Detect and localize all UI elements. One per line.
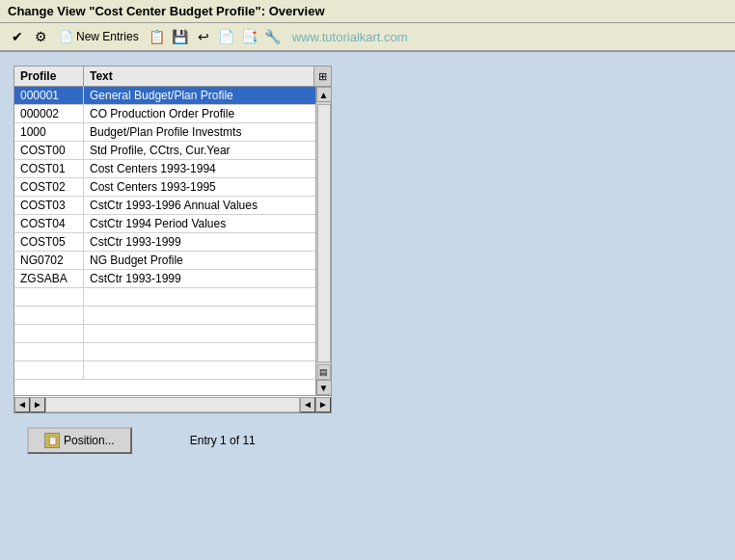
vertical-scrollbar[interactable]: ▲ ▤ ▼ xyxy=(315,87,331,395)
toolbar-icon-save[interactable]: 💾 xyxy=(171,27,190,46)
profile-cell-empty xyxy=(14,343,84,360)
text-cell: Std Profile, CCtrs, Cur.Year xyxy=(84,142,315,159)
table-row-empty xyxy=(14,307,315,325)
table-row[interactable]: COST02Cost Centers 1993-1995 xyxy=(14,178,315,197)
text-cell-empty xyxy=(84,288,315,306)
entry-info: Entry 1 of 11 xyxy=(190,434,256,447)
text-cell: Cost Centers 1993-1994 xyxy=(84,160,315,177)
profile-cell: COST03 xyxy=(14,197,84,214)
table-row[interactable]: ZGSABACstCtr 1993-1999 xyxy=(14,270,315,288)
toolbar-icon-checkmark[interactable]: ✔ xyxy=(8,27,27,46)
text-cell: CstCtr 1994 Period Values xyxy=(84,215,315,232)
profile-cell: COST04 xyxy=(14,215,84,232)
hscroll-right-btn3[interactable]: ► xyxy=(315,397,331,413)
profile-cell: COST02 xyxy=(14,178,84,196)
text-cell: General Budget/Plan Profile xyxy=(84,87,315,104)
table-row[interactable]: 000001General Budget/Plan Profile xyxy=(14,87,315,105)
profile-cell-empty xyxy=(14,288,84,306)
profile-cell-empty xyxy=(14,325,84,342)
toolbar-icon-doc[interactable]: 📄 xyxy=(217,27,236,46)
hscroll-left-btn[interactable]: ◄ xyxy=(14,397,30,413)
table-row-empty xyxy=(14,343,315,361)
table-container: Profile Text ⊞ 000001General Budget/Plan… xyxy=(14,66,332,413)
toolbar-icon-undo[interactable]: ↩ xyxy=(194,27,213,46)
table-row[interactable]: COST01Cost Centers 1993-1994 xyxy=(14,160,315,178)
text-cell: Cost Centers 1993-1995 xyxy=(84,178,315,196)
scroll-track xyxy=(317,104,331,362)
table-body: 000001General Budget/Plan Profile000002C… xyxy=(14,87,331,395)
table-row[interactable]: COST04CstCtr 1994 Period Values xyxy=(14,215,315,233)
scroll-page-down[interactable]: ▤ xyxy=(317,364,331,380)
text-cell-empty xyxy=(84,325,315,342)
profile-cell: 000001 xyxy=(14,87,84,104)
profile-cell-empty xyxy=(14,361,84,379)
profile-column-header: Profile xyxy=(14,67,84,86)
text-cell-empty xyxy=(84,307,315,324)
text-column-header: Text xyxy=(84,67,313,86)
profile-cell-empty xyxy=(14,307,84,324)
text-cell: NG Budget Profile xyxy=(84,252,315,269)
new-entries-button[interactable]: 📄 New Entries xyxy=(54,27,144,46)
profile-cell: COST00 xyxy=(14,142,84,159)
title-bar: Change View "Cost Center Budget Profile"… xyxy=(0,0,735,23)
table-row-empty xyxy=(14,325,315,343)
text-cell: Budget/Plan Profile Investmts xyxy=(84,123,315,141)
scroll-up-button[interactable]: ▲ xyxy=(316,87,332,102)
toolbar: ✔ ⚙ 📄 New Entries 📋 💾 ↩ 📄 📑 🔧 www.tutori… xyxy=(0,23,735,52)
main-content: Profile Text ⊞ 000001General Budget/Plan… xyxy=(0,52,735,464)
toolbar-icon-gear[interactable]: ⚙ xyxy=(31,27,50,46)
new-entries-label: New Entries xyxy=(76,30,139,43)
profile-cell: COST05 xyxy=(14,233,84,251)
table-row[interactable]: COST00Std Profile, CCtrs, Cur.Year xyxy=(14,142,315,160)
text-cell-empty xyxy=(84,361,315,379)
table-header: Profile Text ⊞ xyxy=(14,67,331,87)
toolbar-icon-copy[interactable]: 📋 xyxy=(148,27,167,46)
hscroll-right-btn[interactable]: ► xyxy=(30,397,45,413)
profile-cell: NG0702 xyxy=(14,252,84,269)
table-row[interactable]: NG0702NG Budget Profile xyxy=(14,252,315,270)
profile-cell: COST01 xyxy=(14,160,84,177)
new-entries-icon: 📄 xyxy=(59,30,73,43)
toolbar-icon-settings[interactable]: 🔧 xyxy=(263,27,283,46)
table-footer: ◄ ► ◄ ► xyxy=(14,395,331,413)
text-cell: CstCtr 1993-1999 xyxy=(84,233,315,251)
text-cell: CO Production Order Profile xyxy=(84,105,315,122)
profile-cell: 1000 xyxy=(14,123,84,141)
position-icon: 📋 xyxy=(44,433,60,448)
table-row-empty xyxy=(14,361,315,380)
hscroll-right-btn2[interactable]: ◄ xyxy=(300,397,315,413)
table-row[interactable]: COST03CstCtr 1993-1996 Annual Values xyxy=(14,197,315,215)
table-row[interactable]: COST05CstCtr 1993-1999 xyxy=(14,233,315,252)
text-cell-empty xyxy=(84,343,315,360)
table-row[interactable]: 000002CO Production Order Profile xyxy=(14,105,315,123)
bottom-bar: 📋 Position... Entry 1 of 11 xyxy=(14,427,721,454)
profile-cell: 000002 xyxy=(14,105,84,122)
title-text: Change View "Cost Center Budget Profile"… xyxy=(8,4,325,18)
position-button[interactable]: 📋 Position... xyxy=(27,427,132,454)
position-label: Position... xyxy=(64,434,115,447)
scroll-down-button[interactable]: ▼ xyxy=(316,380,332,395)
table-row-empty xyxy=(14,288,315,307)
watermark-text: www.tutorialkart.com xyxy=(292,30,408,44)
table-row[interactable]: 1000Budget/Plan Profile Investmts xyxy=(14,123,315,142)
text-cell: CstCtr 1993-1999 xyxy=(84,270,315,287)
column-icon: ⊞ xyxy=(313,67,331,86)
text-cell: CstCtr 1993-1996 Annual Values xyxy=(84,197,315,214)
profile-cell: ZGSABA xyxy=(14,270,84,287)
hscroll-track xyxy=(45,397,300,413)
toolbar-icon-doc2[interactable]: 📑 xyxy=(240,27,259,46)
